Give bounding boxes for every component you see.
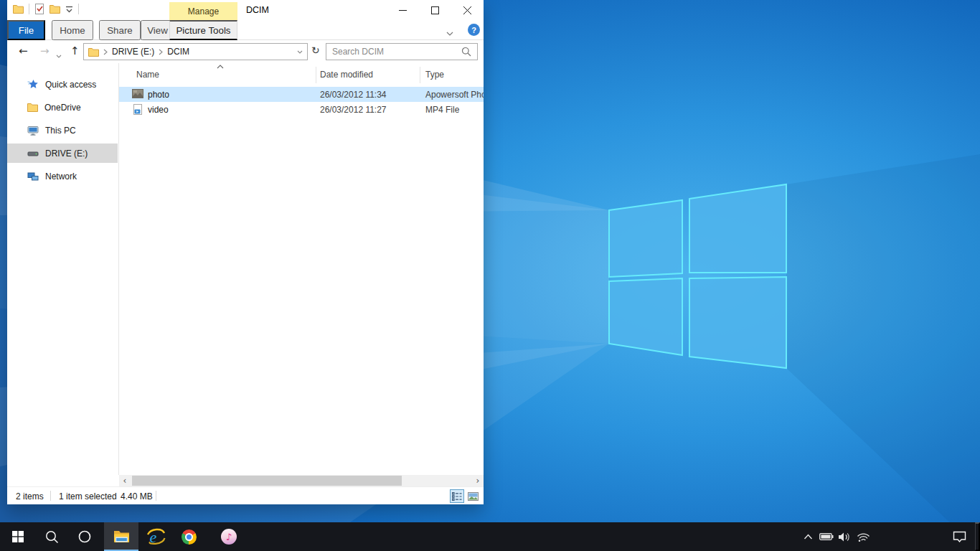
address-bar[interactable]: DRIVE (E:) DCIM: [83, 43, 308, 60]
collapse-ribbon-button[interactable]: [446, 27, 453, 38]
file-explorer-window: Manage DCIM File Home Share View Picture…: [7, 0, 484, 504]
file-row-photo[interactable]: photo 26/03/2012 11:34 Apowersoft Pho: [119, 87, 484, 102]
tray-show-hidden-icons-button[interactable]: [798, 522, 817, 551]
back-button[interactable]: ←: [19, 44, 28, 57]
customize-toolbar-icon[interactable]: [65, 6, 73, 13]
status-divider: [50, 491, 51, 501]
chevron-down-icon: [56, 55, 62, 58]
window-title: DCIM: [246, 5, 269, 15]
file-date-modified: 26/03/2012 11:27: [320, 105, 387, 115]
cortana-icon: [78, 530, 91, 543]
navigation-pane: Quick access OneDrive This PC DRIVE (E:)…: [7, 63, 119, 475]
toolbar-divider: [78, 4, 79, 14]
file-name: video: [148, 105, 169, 115]
forward-button[interactable]: →: [40, 44, 50, 57]
column-header-name[interactable]: Name: [136, 70, 159, 80]
quick-access-star-icon: [27, 79, 39, 90]
folder-icon[interactable]: [13, 4, 24, 14]
sort-ascending-icon: [217, 65, 224, 69]
tab-picture-tools[interactable]: Picture Tools: [169, 20, 237, 40]
sidebar-item-this-pc[interactable]: This PC: [7, 121, 118, 140]
action-center-button[interactable]: [947, 522, 971, 551]
breadcrumb-current[interactable]: DCIM: [167, 47, 189, 57]
file-explorer-icon: [113, 529, 130, 543]
show-desktop-button[interactable]: [975, 522, 980, 551]
wifi-icon: [857, 532, 870, 542]
tray-battery-button[interactable]: [817, 522, 836, 551]
scroll-left-arrow[interactable]: ‹: [119, 475, 131, 486]
scroll-right-arrow[interactable]: ›: [472, 475, 484, 486]
maximize-icon: [431, 6, 439, 14]
search-input[interactable]: [332, 47, 461, 57]
action-center-icon: [953, 531, 966, 543]
column-divider[interactable]: [316, 67, 316, 83]
search-box[interactable]: [326, 43, 478, 60]
start-button[interactable]: [6, 522, 30, 551]
properties-icon[interactable]: [34, 4, 44, 14]
breadcrumb-drive[interactable]: DRIVE (E:): [112, 47, 154, 57]
tray-wifi-button[interactable]: [853, 522, 873, 551]
folder-icon: [88, 47, 99, 57]
search-icon[interactable]: [461, 47, 471, 57]
minimize-button[interactable]: [387, 0, 419, 21]
thumbnails-view-icon: [468, 492, 479, 501]
sidebar-item-label: DRIVE (E:): [45, 149, 88, 159]
up-button[interactable]: ↑: [70, 44, 80, 57]
tab-share[interactable]: Share: [99, 20, 141, 40]
column-header-type[interactable]: Type: [425, 70, 444, 80]
horizontal-scrollbar[interactable]: ‹ ›: [119, 475, 484, 486]
chevron-down-icon: [446, 32, 453, 36]
column-header-date-modified[interactable]: Date modified: [320, 70, 373, 80]
sidebar-item-label: Quick access: [45, 80, 96, 90]
tray-volume-button[interactable]: [835, 522, 854, 551]
ribbon-tab-row: File Home Share View Picture Tools ?: [7, 20, 484, 40]
file-date-modified: 26/03/2012 11:34: [320, 90, 387, 100]
sidebar-item-label: This PC: [45, 126, 76, 136]
main-area: Quick access OneDrive This PC DRIVE (E:)…: [7, 63, 484, 475]
video-file-icon: [132, 104, 143, 115]
internet-explorer-button[interactable]: e: [142, 522, 169, 551]
details-view-icon: [452, 492, 462, 501]
taskbar-search-button[interactable]: [39, 522, 65, 551]
chrome-button[interactable]: [175, 522, 202, 551]
battery-icon: [819, 532, 834, 542]
items-count: 2 items: [16, 491, 44, 501]
network-icon: [27, 171, 39, 182]
sidebar-item-network[interactable]: Network: [7, 166, 118, 186]
scrollbar-thumb[interactable]: [132, 476, 402, 486]
details-view-button[interactable]: [450, 489, 464, 503]
maximize-button[interactable]: [419, 0, 451, 21]
drive-icon: [27, 149, 39, 158]
taskbar-file-explorer-button[interactable]: [104, 522, 138, 551]
tab-home[interactable]: Home: [52, 20, 93, 40]
internet-explorer-icon: e: [146, 527, 166, 546]
help-button[interactable]: ?: [468, 24, 480, 36]
recent-locations-button[interactable]: [56, 50, 62, 60]
address-dropdown-icon[interactable]: [297, 50, 303, 54]
selection-size: 4.40 MB: [121, 491, 153, 501]
manage-contextual-group[interactable]: Manage: [169, 2, 237, 20]
toolbar-divider: [29, 4, 29, 14]
chrome-icon: [182, 529, 197, 545]
tab-file[interactable]: File: [7, 20, 45, 40]
onedrive-icon: [27, 103, 38, 112]
sidebar-item-label: OneDrive: [44, 103, 81, 113]
refresh-button[interactable]: ↻: [311, 44, 320, 56]
column-divider[interactable]: [420, 67, 420, 83]
windows-start-icon: [12, 531, 24, 542]
new-folder-icon[interactable]: [50, 4, 60, 14]
sidebar-item-onedrive[interactable]: OneDrive: [7, 98, 118, 117]
sidebar-item-drive-e[interactable]: DRIVE (E:): [7, 143, 118, 163]
sidebar-item-quick-access[interactable]: Quick access: [7, 75, 118, 94]
file-name: photo: [148, 90, 169, 100]
itunes-icon: ♪: [221, 529, 237, 545]
music-note-icon: ♪: [226, 532, 232, 542]
thumbnails-view-button[interactable]: [466, 489, 480, 503]
chevron-right-icon[interactable]: [103, 49, 108, 55]
chevron-right-icon[interactable]: [159, 49, 163, 55]
close-button[interactable]: [451, 0, 484, 21]
itunes-button[interactable]: ♪: [215, 522, 242, 551]
chevron-up-icon: [804, 534, 813, 540]
cortana-button[interactable]: [72, 522, 98, 551]
file-row-video[interactable]: video 26/03/2012 11:27 MP4 File: [119, 102, 484, 117]
